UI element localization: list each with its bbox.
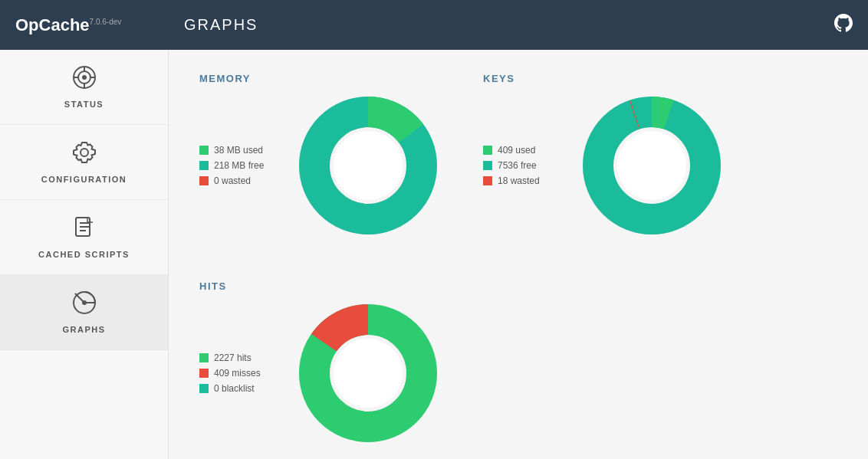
hits-legend: 2227 hits 409 misses 0 blacklist — [199, 352, 284, 394]
sidebar-label-configuration: CONFIGURATION — [41, 175, 127, 184]
keys-content: 409 used 7536 free 18 wasted — [483, 97, 721, 234]
sidebar-item-cached-scripts[interactable]: CACHED SCRIPTS — [0, 200, 168, 275]
memory-content: 38 MB used 218 MB free 0 wasted — [199, 97, 437, 234]
page-title: GRAPHS — [184, 16, 834, 34]
hits-hits-color — [199, 353, 209, 362]
sidebar-label-status: STATUS — [64, 100, 104, 109]
keys-title: KEYS — [483, 73, 515, 84]
svg-point-19 — [617, 131, 686, 200]
memory-graph-block: MEMORY 38 MB used 218 MB free — [199, 73, 437, 234]
keys-legend-wasted: 18 wasted — [483, 175, 567, 186]
keys-graph-block: KEYS 409 used 7536 free 18 w — [483, 73, 721, 234]
svg-point-23 — [334, 339, 403, 408]
keys-legend-used: 409 used — [483, 145, 567, 156]
keys-used-label: 409 used — [498, 145, 535, 156]
hits-legend-blacklist: 0 blacklist — [199, 383, 284, 394]
hits-blacklist-color — [199, 384, 209, 393]
cached-scripts-icon — [72, 215, 97, 245]
keys-legend: 409 used 7536 free 18 wasted — [483, 145, 567, 186]
sidebar-item-graphs[interactable]: GRAPHS — [0, 275, 168, 350]
header: OpCache7.0.6-dev GRAPHS — [0, 0, 868, 50]
hits-content: 2227 hits 409 misses 0 blacklist — [199, 304, 437, 442]
memory-legend-free: 218 MB free — [199, 160, 284, 171]
hits-blacklist-label: 0 blacklist — [214, 383, 255, 394]
sidebar-label-cached-scripts: CACHED SCRIPTS — [38, 250, 130, 259]
memory-title: MEMORY — [199, 73, 251, 84]
keys-wasted-label: 18 wasted — [498, 175, 540, 186]
svg-point-7 — [81, 149, 88, 156]
memory-wasted-color — [199, 176, 209, 185]
svg-point-10 — [82, 300, 87, 305]
hits-graph-block: HITS 2227 hits 409 misses 0 — [199, 280, 437, 442]
graphs-grid: MEMORY 38 MB used 218 MB free — [199, 73, 837, 442]
memory-used-label: 38 MB used — [214, 145, 263, 156]
memory-free-color — [199, 161, 209, 170]
keys-wasted-color — [483, 176, 492, 185]
main-layout: STATUS CONFIGURATION CACHED SCRIPTS — [0, 50, 868, 459]
memory-legend-used: 38 MB used — [199, 145, 284, 156]
hits-misses-label: 409 misses — [214, 368, 261, 379]
memory-donut — [299, 97, 437, 234]
logo-version: 7.0.6-dev — [90, 17, 122, 25]
hits-hits-label: 2227 hits — [214, 352, 252, 363]
keys-legend-free: 7536 free — [483, 160, 567, 171]
logo-cache: Cache — [39, 15, 90, 34]
sidebar-label-graphs: GRAPHS — [62, 325, 105, 334]
svg-point-2 — [82, 75, 87, 80]
keys-donut — [583, 97, 721, 234]
keys-free-color — [483, 161, 492, 170]
memory-wasted-label: 0 wasted — [214, 175, 251, 186]
hits-donut — [299, 304, 437, 442]
logo-op: Op — [15, 15, 39, 34]
memory-free-label: 218 MB free — [214, 160, 264, 171]
sidebar-item-configuration[interactable]: CONFIGURATION — [0, 125, 168, 200]
keys-free-label: 7536 free — [498, 160, 537, 171]
hits-misses-color — [199, 369, 209, 378]
sidebar-item-status[interactable]: STATUS — [0, 50, 168, 125]
sidebar: STATUS CONFIGURATION CACHED SCRIPTS — [0, 50, 169, 459]
graphs-icon — [72, 290, 97, 320]
hits-title: HITS — [199, 280, 227, 292]
github-icon[interactable] — [834, 14, 853, 37]
svg-point-14 — [334, 131, 403, 200]
memory-legend: 38 MB used 218 MB free 0 wasted — [199, 145, 284, 186]
hits-legend-hits: 2227 hits — [199, 352, 284, 363]
content-area: MEMORY 38 MB used 218 MB free — [169, 50, 868, 459]
app-logo: OpCache7.0.6-dev — [15, 15, 184, 35]
status-icon — [72, 65, 97, 95]
memory-legend-wasted: 0 wasted — [199, 175, 284, 186]
memory-used-color — [199, 146, 209, 155]
configuration-icon — [72, 140, 97, 170]
keys-used-color — [483, 146, 492, 155]
hits-legend-misses: 409 misses — [199, 368, 284, 379]
